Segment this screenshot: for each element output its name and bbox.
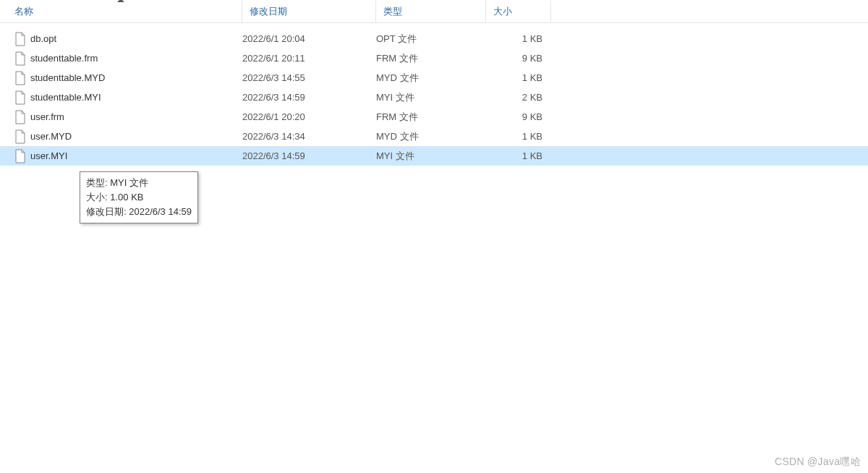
file-type-cell: MYD 文件	[376, 72, 486, 85]
column-header-name[interactable]: 名称	[0, 1, 242, 22]
file-list: db.opt2022/6/1 20:04OPT 文件1 KBstudenttab…	[0, 23, 868, 166]
tooltip-type: 类型: MYI 文件	[86, 176, 192, 190]
file-icon	[14, 90, 26, 105]
file-name-cell: studenttable.frm	[14, 51, 242, 66]
file-size-cell: 9 KB	[486, 111, 551, 122]
file-icon	[14, 51, 26, 66]
file-icon	[14, 110, 26, 124]
file-icon	[14, 71, 26, 85]
file-date-cell: 2022/6/1 20:11	[242, 53, 376, 64]
column-header-name-label: 名称	[14, 5, 33, 18]
file-name-label: user.MYI	[30, 150, 67, 161]
file-type-cell: OPT 文件	[376, 33, 486, 46]
file-icon	[14, 32, 26, 46]
file-row[interactable]: studenttable.MYI2022/6/3 14:59MYI 文件2 KB	[0, 88, 868, 107]
column-header-size-label: 大小	[493, 5, 512, 18]
file-name-cell: studenttable.MYD	[14, 71, 242, 85]
file-size-cell: 1 KB	[486, 131, 551, 142]
file-icon	[14, 149, 26, 163]
file-name-cell: user.frm	[14, 110, 242, 124]
file-name-label: db.opt	[30, 33, 56, 44]
file-row[interactable]: db.opt2022/6/1 20:04OPT 文件1 KB	[0, 29, 868, 48]
file-tooltip: 类型: MYI 文件 大小: 1.00 KB 修改日期: 2022/6/3 14…	[80, 171, 198, 223]
file-name-label: user.MYD	[30, 131, 72, 142]
file-size-cell: 1 KB	[486, 72, 551, 83]
column-header-type-label: 类型	[383, 5, 402, 18]
file-type-cell: FRM 文件	[376, 52, 486, 65]
file-type-cell: FRM 文件	[376, 111, 486, 124]
file-type-cell: MYI 文件	[376, 91, 486, 104]
column-header-size[interactable]: 大小	[486, 1, 551, 22]
file-size-cell: 1 KB	[486, 150, 551, 161]
file-name-label: studenttable.frm	[30, 53, 98, 64]
file-date-cell: 2022/6/3 14:59	[242, 92, 376, 103]
file-name-cell: user.MYI	[14, 149, 242, 163]
column-header-row: 名称 修改日期 类型 大小	[0, 0, 868, 23]
file-row[interactable]: user.frm2022/6/1 20:20FRM 文件9 KB	[0, 107, 868, 127]
tooltip-date: 修改日期: 2022/6/3 14:59	[86, 205, 192, 219]
sort-ascending-icon	[117, 0, 124, 2]
file-row[interactable]: user.MYI2022/6/3 14:59MYI 文件1 KB	[0, 146, 868, 166]
file-row[interactable]: user.MYD2022/6/3 14:34MYD 文件1 KB	[0, 127, 868, 146]
file-icon	[14, 129, 26, 144]
file-size-cell: 2 KB	[486, 92, 551, 103]
file-name-cell: db.opt	[14, 32, 242, 46]
file-date-cell: 2022/6/3 14:34	[242, 131, 376, 142]
watermark: CSDN @Java嘿哈	[775, 456, 861, 469]
file-size-cell: 1 KB	[486, 33, 551, 44]
file-date-cell: 2022/6/1 20:20	[242, 111, 376, 122]
file-row[interactable]: studenttable.frm2022/6/1 20:11FRM 文件9 KB	[0, 48, 868, 68]
file-name-cell: studenttable.MYI	[14, 90, 242, 105]
file-type-cell: MYI 文件	[376, 150, 486, 163]
file-name-label: studenttable.MYD	[30, 72, 105, 83]
column-header-date[interactable]: 修改日期	[242, 1, 376, 22]
file-name-cell: user.MYD	[14, 129, 242, 144]
column-header-type[interactable]: 类型	[376, 1, 486, 22]
file-size-cell: 9 KB	[486, 53, 551, 64]
file-date-cell: 2022/6/3 14:55	[242, 72, 376, 83]
file-name-label: user.frm	[30, 111, 64, 122]
column-header-date-label: 修改日期	[250, 5, 287, 18]
file-date-cell: 2022/6/3 14:59	[242, 150, 376, 161]
file-name-label: studenttable.MYI	[30, 92, 101, 103]
file-date-cell: 2022/6/1 20:04	[242, 33, 376, 44]
tooltip-size: 大小: 1.00 KB	[86, 190, 192, 205]
file-type-cell: MYD 文件	[376, 130, 486, 143]
file-row[interactable]: studenttable.MYD2022/6/3 14:55MYD 文件1 KB	[0, 68, 868, 88]
